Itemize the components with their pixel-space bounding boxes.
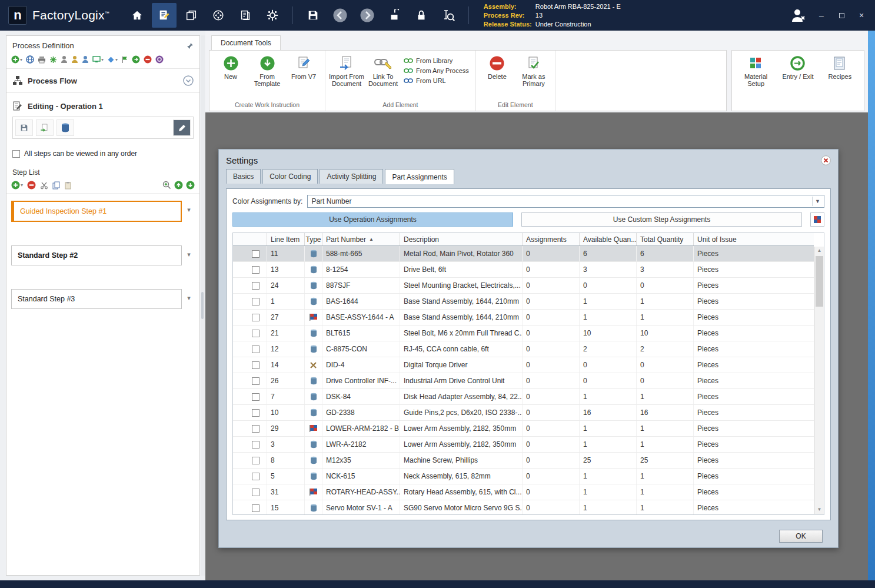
table-row[interactable]: 29LOWER-ARM-2182 - BLower Arm Assembly, …: [233, 421, 814, 437]
home-button[interactable]: [125, 3, 149, 28]
tab-part-assignments[interactable]: Part Assignments: [385, 169, 454, 184]
recipes-button[interactable]: Recipes: [821, 52, 858, 87]
tab-color-coding[interactable]: Color Coding: [262, 169, 318, 184]
monitor-share-icon[interactable]: ▾: [92, 56, 104, 63]
chevron-down-icon[interactable]: ▾: [182, 245, 196, 258]
burst-icon[interactable]: [49, 56, 57, 64]
lock-button[interactable]: [409, 3, 434, 28]
row-checkbox[interactable]: [252, 250, 259, 258]
col-assignments[interactable]: Assignments: [523, 233, 580, 245]
dialog-close-icon[interactable]: [821, 155, 831, 165]
table-row[interactable]: 5NCK-615Neck Assembly, 615, 82mm011Piece…: [233, 469, 814, 484]
col-available-quantity[interactable]: Available Quan...: [580, 233, 637, 245]
row-checkbox[interactable]: [252, 377, 259, 385]
table-row[interactable]: 14DID-4Digital Torque Driver000Pieces: [233, 357, 814, 373]
import-work-instruction-button[interactable]: [36, 119, 54, 136]
panel-splitter[interactable]: [201, 35, 205, 576]
save-button[interactable]: [301, 3, 325, 28]
row-checkbox[interactable]: [252, 425, 259, 433]
minimize-button[interactable]: –: [816, 11, 827, 19]
user-blue-icon[interactable]: [82, 55, 89, 64]
row-checkbox[interactable]: [252, 266, 259, 274]
view-order-checkbox[interactable]: [12, 150, 20, 158]
from-library-button[interactable]: From Library: [404, 57, 469, 64]
add-step-icon[interactable]: ▾: [11, 181, 23, 190]
table-row[interactable]: 26Drive Controller INF-...Industrial Arm…: [233, 373, 814, 389]
import-from-document-button[interactable]: Import From Document: [328, 52, 365, 87]
table-row[interactable]: 15Servo Motor SV-1 - ASG90 Servo Motor M…: [233, 500, 814, 514]
row-checkbox[interactable]: [252, 489, 259, 496]
package-dropdown-icon[interactable]: ▾: [107, 56, 118, 64]
print-icon[interactable]: [38, 56, 46, 64]
tab-activity-splitting[interactable]: Activity Splitting: [320, 169, 383, 184]
material-setup-button[interactable]: Material Setup: [738, 52, 774, 87]
flag-icon[interactable]: [121, 56, 128, 64]
row-checkbox[interactable]: [252, 393, 259, 401]
tab-document-tools[interactable]: Document Tools: [211, 35, 281, 50]
row-checkbox[interactable]: [252, 409, 259, 417]
user-logout-icon[interactable]: [789, 8, 807, 23]
cut-icon[interactable]: [40, 181, 48, 190]
stop-circle-icon[interactable]: [144, 55, 152, 64]
copy-icon[interactable]: [52, 181, 60, 190]
row-checkbox[interactable]: [252, 314, 259, 321]
save-work-instruction-button[interactable]: [15, 119, 33, 136]
row-checkbox[interactable]: [252, 504, 259, 512]
table-row[interactable]: 3LWR-A-2182Lower Arm Assembly, 2182, 350…: [233, 437, 814, 453]
row-checkbox[interactable]: [252, 457, 259, 464]
row-checkbox[interactable]: [252, 282, 259, 290]
scrollbar-thumb[interactable]: [816, 256, 823, 307]
col-total-quantity[interactable]: Total Quantity: [637, 233, 694, 245]
col-part-number[interactable]: Part Number▲: [322, 233, 400, 245]
table-row[interactable]: 8M12x35Machine Screw, Phillips02525Piece…: [233, 453, 814, 469]
row-checkbox[interactable]: [252, 361, 259, 369]
process-flow-row[interactable]: Process Flow: [6, 69, 199, 93]
step-item[interactable]: Standard Step #3: [11, 289, 182, 309]
link-to-document-button[interactable]: Link To Document: [365, 52, 401, 87]
globe-icon[interactable]: [26, 55, 34, 64]
assignment-color-button[interactable]: [810, 212, 824, 227]
delete-element-button[interactable]: Delete: [479, 52, 515, 87]
remove-step-icon[interactable]: [27, 181, 36, 190]
table-row[interactable]: 27BASE-ASSY-1644 - ABase Stand Assembly,…: [233, 310, 814, 325]
table-row[interactable]: 12C-8875-CONRJ-45, CCA conn cable, 6ft02…: [233, 341, 814, 357]
go-circle-icon[interactable]: [132, 55, 140, 64]
maximize-button[interactable]: [836, 11, 847, 19]
row-checkbox[interactable]: [252, 298, 259, 305]
table-row[interactable]: 138-1254Drive Belt, 6ft033Pieces: [233, 262, 814, 278]
table-row[interactable]: 7DSK-84Disk Head Adapter Assembly, 84, 2…: [233, 389, 814, 405]
from-template-button[interactable]: From Template: [249, 52, 285, 87]
move-up-icon[interactable]: [174, 181, 183, 190]
forward-button[interactable]: [355, 3, 380, 28]
pin-icon[interactable]: [187, 42, 194, 49]
mark-as-primary-button[interactable]: Mark as Primary: [515, 52, 552, 87]
table-row[interactable]: 31ROTARY-HEAD-ASSY...Rotary Head Assembl…: [233, 484, 814, 500]
col-unit-of-issue[interactable]: Unit of Issue: [694, 233, 814, 245]
move-down-icon[interactable]: [186, 181, 195, 190]
new-button[interactable]: New: [212, 52, 249, 87]
scroll-down-icon[interactable]: ▼: [815, 506, 824, 514]
table-row[interactable]: 24887SJFSteel Mounting Bracket, Electric…: [233, 278, 814, 294]
collapse-icon[interactable]: [183, 75, 194, 86]
close-button[interactable]: ×: [856, 11, 867, 19]
entry-exit-button[interactable]: Entry / Exit: [780, 52, 816, 87]
navigator-button[interactable]: [206, 3, 231, 28]
back-button[interactable]: [328, 3, 352, 28]
color-assignments-select[interactable]: Part Number ▼: [307, 195, 824, 208]
row-checkbox[interactable]: [252, 346, 259, 353]
row-checkbox[interactable]: [252, 330, 259, 337]
user-gold-icon[interactable]: [71, 55, 78, 64]
process-templates-button[interactable]: [179, 3, 204, 28]
settings-button[interactable]: [260, 3, 285, 28]
ok-button[interactable]: OK: [779, 530, 823, 543]
step-item[interactable]: Guided Inspection Step #1: [11, 201, 182, 222]
from-url-button[interactable]: From URL: [404, 77, 469, 84]
documents-button[interactable]: [233, 3, 258, 28]
from-v7-button[interactable]: From V7: [285, 52, 322, 87]
table-row[interactable]: 10GD-2338Guide Pins,2 pcs, D6x20, ISO 23…: [233, 405, 814, 421]
add-dropdown-icon[interactable]: ▾: [11, 55, 22, 64]
edit-work-instruction-button[interactable]: [173, 119, 191, 136]
paste-icon[interactable]: [64, 181, 72, 190]
work-instruction-editor-button[interactable]: [152, 3, 177, 28]
from-any-process-button[interactable]: From Any Process: [404, 67, 469, 74]
